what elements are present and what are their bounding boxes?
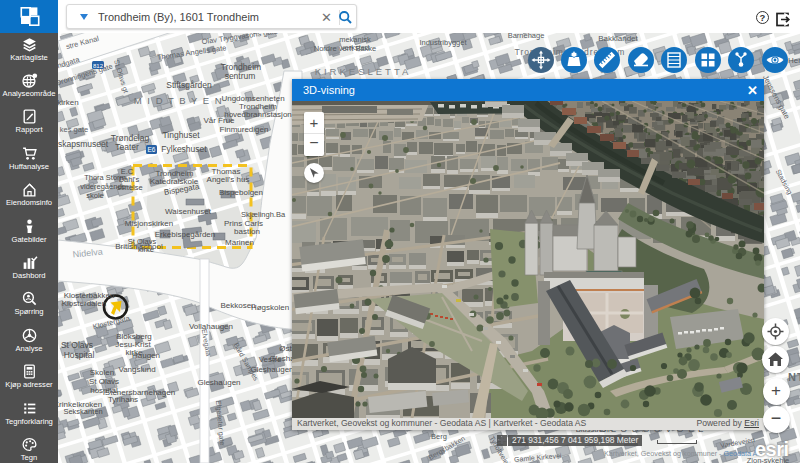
svg-text:Skjælingh.Ba: Skjælingh.Ba bbox=[241, 210, 286, 219]
svg-text:bastion: bastion bbox=[234, 227, 260, 236]
svg-text:Teater: Teater bbox=[115, 142, 139, 152]
svg-text:Finmuredigen: Finmuredigen bbox=[220, 125, 269, 134]
svg-text:Fylkeshuset: Fylkeshuset bbox=[161, 144, 207, 154]
svg-text:St Olavs: St Olavs bbox=[61, 340, 93, 350]
svg-text:E6: E6 bbox=[148, 146, 156, 153]
svg-text:Stiftsgården: Stiftsgården bbox=[166, 80, 212, 90]
svg-text:M I D T B Y E N: M I D T B Y E N bbox=[134, 95, 223, 106]
svg-text:Skolen: Skolen bbox=[90, 368, 114, 377]
svg-text:skole: skole bbox=[86, 191, 104, 200]
svg-text:Hem: Hem bbox=[788, 56, 800, 65]
svg-text:Nordre verft Bakke: Nordre verft Bakke bbox=[314, 44, 377, 53]
svg-text:British school: British school bbox=[115, 242, 163, 251]
svg-text:skapsmuseet: skapsmuseet bbox=[58, 139, 109, 149]
svg-text:Gleshaugen: Gleshaugen bbox=[197, 378, 240, 387]
svg-text:Hospital: Hospital bbox=[64, 350, 95, 360]
svg-text:kes gate: kes gate bbox=[60, 125, 88, 134]
svg-text:Sekskanten: Sekskanten bbox=[63, 407, 102, 416]
svg-text:Vollahaugen: Vollahaugen bbox=[189, 322, 233, 331]
svg-text:Waisenhuset: Waisenhuset bbox=[165, 207, 212, 216]
svg-text:Klosterdalen: Klosterdalen bbox=[62, 299, 106, 308]
svg-text:Industribygget: Industribygget bbox=[419, 38, 467, 47]
svg-text:Marinen: Marinen bbox=[225, 238, 254, 247]
svg-text:Angell's hus: Angell's hus bbox=[207, 175, 250, 184]
svg-text:Bakklandet: Bakklandet bbox=[598, 34, 638, 43]
svg-text:Vangslund: Vangslund bbox=[118, 365, 155, 374]
svg-text:Bispebolgen: Bispebolgen bbox=[219, 188, 263, 197]
svg-text:Haugen: Haugen bbox=[132, 351, 160, 360]
svg-text:Erkebispegården: Erkebispegården bbox=[155, 230, 215, 239]
svg-text:sentrum: sentrum bbox=[225, 71, 256, 81]
svg-text:Barnehage: Barnehage bbox=[508, 33, 545, 40]
svg-text:Tyrihans: Tyrihans bbox=[108, 395, 138, 404]
svg-text:Tinghuset: Tinghuset bbox=[162, 130, 200, 140]
svg-text:812: 812 bbox=[93, 63, 104, 69]
svg-text:videregående: videregående bbox=[80, 182, 125, 191]
svg-text:KIRKESLETTA: KIRKESLETTA bbox=[315, 66, 412, 77]
svg-text:Høgskolen: Høgskolen bbox=[251, 303, 289, 312]
svg-text:Thora Storm: Thora Storm bbox=[84, 173, 126, 182]
svg-text:St Olavs: St Olavs bbox=[89, 377, 119, 386]
svg-text:Misjonskirken: Misjonskirken bbox=[125, 219, 173, 228]
svg-text:NTINL: NTINL bbox=[788, 371, 800, 383]
svg-text:Berg: Berg bbox=[431, 432, 447, 441]
svg-text:Vår Frue: Vår Frue bbox=[203, 116, 235, 125]
svg-text:kirken: kirken bbox=[58, 98, 79, 107]
